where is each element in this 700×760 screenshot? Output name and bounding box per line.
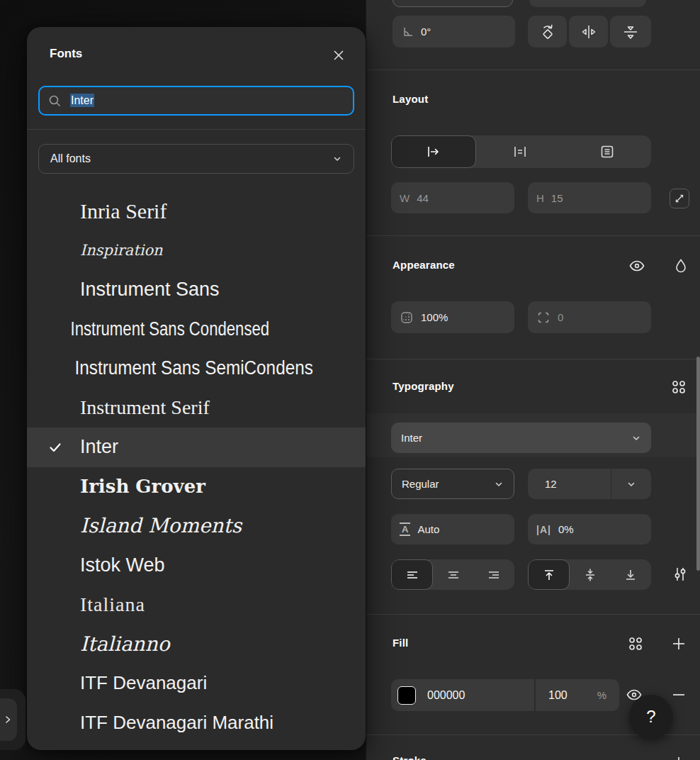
plus-icon: [670, 635, 687, 652]
appearance-section-title: Appearance: [393, 259, 455, 271]
font-name: Instrument Sans Condensed: [71, 318, 270, 340]
remove-fill-button[interactable]: [669, 685, 689, 705]
text-align-right-button[interactable]: [474, 559, 514, 590]
section-divider: [366, 359, 700, 359]
align-middle-button[interactable]: [570, 559, 610, 590]
text-align-center-button[interactable]: [433, 559, 473, 590]
width-label: W: [400, 192, 410, 204]
layout-mode-grid-button[interactable]: [564, 135, 652, 168]
font-style-dropdown[interactable]: Regular: [391, 469, 514, 499]
align-bottom-button[interactable]: [611, 559, 651, 590]
font-name: Inter: [80, 436, 118, 458]
font-filter-dropdown[interactable]: All fonts: [38, 144, 354, 174]
fill-opacity-input[interactable]: 100 %: [536, 689, 619, 702]
opacity-input[interactable]: 100%: [391, 301, 514, 333]
text-align-left-button[interactable]: [391, 559, 433, 590]
add-stroke-button[interactable]: [669, 753, 689, 760]
fill-styles-button[interactable]: [626, 634, 645, 654]
chevron-right-icon: [3, 715, 13, 725]
width-input[interactable]: W 44: [391, 182, 514, 213]
font-list-item[interactable]: ITF Devanagari Marathi: [27, 703, 366, 743]
align-right-icon: [486, 567, 502, 583]
font-name: Italiana: [80, 593, 145, 616]
rotate-90-button[interactable]: [528, 16, 567, 48]
font-search-input[interactable]: Inter: [38, 86, 354, 116]
panel-scrollbar[interactable]: [696, 357, 700, 571]
styles-grid-icon: [626, 635, 645, 653]
flip-horizontal-icon: [580, 23, 598, 41]
chevron-down-icon: [332, 154, 342, 164]
font-list-item[interactable]: Island Moments: [27, 506, 366, 546]
visibility-button[interactable]: [627, 256, 647, 276]
font-list-item[interactable]: Italiana: [27, 585, 366, 625]
layout-mode-none-button[interactable]: [391, 135, 476, 168]
font-list-item-selected[interactable]: Inter: [27, 428, 366, 467]
search-icon: [48, 94, 62, 108]
minus-icon: [670, 686, 687, 703]
chevron-down-icon: [494, 479, 504, 489]
rotation-input[interactable]: 0°: [393, 16, 515, 48]
font-list-item[interactable]: Instrument Sans SemiCondens: [27, 349, 332, 389]
text-styles-button[interactable]: [669, 377, 689, 397]
blend-mode-button[interactable]: [671, 256, 691, 276]
line-height-input[interactable]: A Auto: [391, 514, 514, 544]
width-value: 44: [417, 192, 429, 204]
height-label: H: [536, 192, 544, 204]
letter-spacing-icon: |A|: [536, 524, 551, 535]
fill-color-row: 000000 100 %: [391, 679, 619, 711]
font-name: Inspiration: [80, 242, 163, 259]
fonts-dialog-title: Fonts: [50, 47, 82, 61]
help-button[interactable]: ?: [629, 695, 673, 739]
font-list-item[interactable]: Istok Web: [27, 546, 366, 586]
typography-section-title: Typography: [393, 380, 454, 392]
corner-radius-icon: [536, 311, 551, 325]
font-list-item[interactable]: Italianno: [27, 625, 366, 664]
font-name: Instrument Serif: [80, 396, 210, 419]
font-size-input[interactable]: 12: [528, 478, 611, 490]
font-list-item[interactable]: Inria Serif: [27, 191, 366, 231]
add-fill-button[interactable]: [669, 634, 689, 654]
font-list-item[interactable]: ITF Devanagari: [27, 664, 366, 703]
font-size-dropdown-button[interactable]: [611, 479, 651, 489]
x-position-input[interactable]: [393, 0, 513, 7]
align-center-icon: [446, 567, 461, 583]
opacity-value: 100%: [421, 311, 448, 323]
opacity-icon: [400, 311, 414, 325]
align-left-icon: [405, 567, 420, 583]
close-button[interactable]: [330, 47, 347, 64]
rotation-value: 0°: [421, 26, 431, 38]
constrain-proportions-button[interactable]: [670, 189, 689, 208]
letter-spacing-input[interactable]: |A| 0%: [528, 514, 651, 544]
align-top-button[interactable]: [528, 559, 570, 590]
font-list-item[interactable]: Instrument Serif: [27, 389, 366, 428]
y-position-input[interactable]: [529, 0, 646, 7]
font-list-item[interactable]: Instrument Sans Condensed: [27, 310, 305, 350]
font-list-item[interactable]: Instrument Sans: [27, 270, 366, 310]
align-top-icon: [541, 567, 557, 583]
layout-mode-segmented-control: [391, 135, 651, 168]
type-settings-button[interactable]: [670, 564, 690, 584]
figma-app: 0° Layout: [0, 0, 700, 760]
fill-hex-input[interactable]: 000000: [427, 689, 534, 702]
resize-corner-icon: [674, 193, 685, 204]
expand-sidebar-button[interactable]: [0, 698, 17, 741]
layout-mode-autolayout-button[interactable]: [476, 135, 564, 168]
sliders-icon: [671, 565, 689, 583]
font-list-item[interactable]: Inspiration: [27, 231, 366, 271]
fonts-dialog: Fonts Inter All fonts Inria Serif Inspir…: [27, 27, 366, 750]
fill-color-swatch[interactable]: [397, 686, 416, 705]
line-height-icon: A: [400, 522, 410, 536]
font-family-dropdown[interactable]: Inter: [391, 423, 651, 453]
section-divider: [366, 235, 700, 236]
eye-icon: [628, 257, 646, 275]
flip-horizontal-button[interactable]: [569, 16, 608, 48]
font-list-item[interactable]: Irish Grover: [27, 467, 366, 507]
height-value: 15: [551, 192, 563, 204]
corner-radius-input[interactable]: 0: [528, 301, 651, 333]
water-drop-icon: [672, 257, 689, 274]
fill-opacity-unit: %: [597, 689, 606, 701]
height-input[interactable]: H 15: [528, 182, 651, 213]
auto-layout-icon: [512, 143, 529, 160]
flip-vertical-button[interactable]: [610, 16, 651, 48]
text-align-segmented-control: [391, 559, 514, 590]
